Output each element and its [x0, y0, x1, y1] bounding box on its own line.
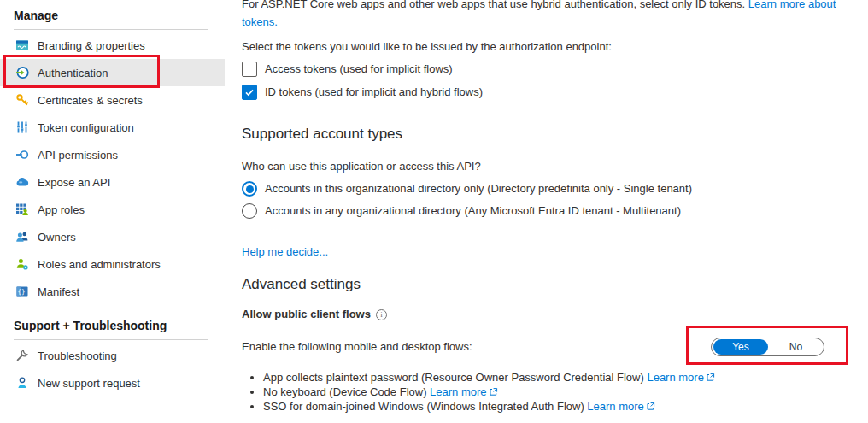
- list-item: App collects plaintext password (Resourc…: [263, 370, 868, 385]
- owners-icon: [15, 230, 29, 244]
- hybrid-auth-note-text: For ASP.NET Core web apps and other web …: [242, 0, 748, 10]
- sidebar-item-owners[interactable]: Owners: [0, 223, 225, 250]
- sidebar-item-label: Manifest: [38, 285, 79, 298]
- multitenant-radio[interactable]: [242, 203, 257, 219]
- api-permissions-icon: [15, 148, 29, 162]
- sidebar-item-expose-api[interactable]: Expose an API: [0, 168, 225, 196]
- sidebar-item-token-configuration[interactable]: Token configuration: [0, 114, 225, 141]
- bullet-text: App collects plaintext password (Resourc…: [263, 371, 647, 384]
- single-tenant-row: Accounts in this organizational director…: [242, 180, 868, 197]
- sidebar: Manage Branding & properties Authenticat…: [0, 0, 225, 397]
- enable-flows-label: Enable the following mobile and desktop …: [242, 338, 472, 355]
- sidebar-item-label: App roles: [38, 203, 85, 216]
- sidebar-item-label: New support request: [38, 377, 140, 390]
- list-item: No keyboard (Device Code Flow) Learn mor…: [263, 385, 868, 399]
- authentication-settings-panel: For ASP.NET Core web apps and other web …: [242, 0, 868, 414]
- toggle-yes-option[interactable]: Yes: [713, 339, 768, 355]
- app-roles-icon: [15, 203, 29, 216]
- sidebar-item-troubleshooting[interactable]: Troubleshooting: [0, 342, 225, 369]
- sidebar-item-manifest[interactable]: {} Manifest: [0, 278, 225, 305]
- toggle-no-option[interactable]: No: [768, 338, 824, 355]
- bullet-text: No keyboard (Device Code Flow): [263, 385, 430, 398]
- sidebar-item-new-support-request[interactable]: New support request: [0, 369, 225, 397]
- sidebar-item-label: Authentication: [38, 67, 108, 79]
- id-tokens-row: ID tokens (used for implicit and hybrid …: [242, 84, 868, 101]
- token-configuration-icon: [15, 120, 29, 134]
- sidebar-item-label: API permissions: [38, 149, 118, 162]
- divider: [14, 29, 208, 30]
- troubleshooting-icon: [15, 349, 29, 362]
- sidebar-item-api-permissions[interactable]: API permissions: [0, 141, 225, 168]
- sidebar-item-label: Expose an API: [38, 176, 110, 189]
- multitenant-label: Accounts in any organizational directory…: [265, 203, 681, 220]
- support-request-icon: [15, 376, 29, 390]
- sidebar-item-roles-administrators[interactable]: Roles and administrators: [0, 250, 225, 278]
- sidebar-item-certificates-secrets[interactable]: Certificates & secrets: [0, 86, 225, 114]
- info-icon[interactable]: [376, 309, 387, 320]
- enable-flows-row: Enable the following mobile and desktop …: [242, 337, 868, 357]
- supported-account-types-heading: Supported account types: [242, 125, 868, 144]
- single-tenant-label: Accounts in this organizational director…: [265, 180, 692, 197]
- learn-more-link[interactable]: Learn more: [647, 371, 703, 384]
- sidebar-item-label: Troubleshooting: [38, 350, 117, 362]
- roles-administrators-icon: [15, 257, 29, 271]
- learn-more-link[interactable]: Learn more: [587, 400, 643, 413]
- external-link-icon: [706, 373, 715, 382]
- divider: [14, 339, 208, 340]
- sidebar-item-label: Certificates & secrets: [38, 94, 143, 107]
- allow-public-client-flows-label-row: Allow public client flows: [242, 307, 868, 322]
- sidebar-item-app-roles[interactable]: App roles: [0, 196, 225, 223]
- app-root: Manage Branding & properties Authenticat…: [0, 0, 868, 423]
- branding-icon: [15, 38, 29, 52]
- access-tokens-label: Access tokens (used for implicit flows): [265, 61, 453, 78]
- sidebar-heading-manage: Manage: [14, 9, 208, 22]
- id-tokens-label: ID tokens (used for implicit and hybrid …: [265, 84, 483, 101]
- list-item: SSO for domain-joined Windows (Windows I…: [263, 399, 868, 414]
- external-link-icon: [489, 387, 498, 397]
- manifest-icon: {}: [15, 285, 29, 298]
- access-tokens-checkbox[interactable]: [242, 62, 257, 77]
- authentication-icon: [15, 66, 29, 79]
- help-me-decide-link[interactable]: Help me decide...: [242, 245, 328, 258]
- public-client-flows-list: App collects plaintext password (Resourc…: [242, 370, 868, 414]
- hybrid-auth-note: For ASP.NET Core web apps and other web …: [242, 0, 868, 31]
- id-tokens-checkbox[interactable]: [242, 85, 257, 100]
- sidebar-item-branding-properties[interactable]: Branding & properties: [0, 32, 225, 59]
- single-tenant-radio[interactable]: [242, 181, 257, 197]
- svg-text:{}: {}: [18, 288, 26, 296]
- certificates-icon: [15, 93, 29, 107]
- expose-api-icon: [15, 175, 29, 189]
- sidebar-heading-support: Support + Troubleshooting: [14, 319, 208, 332]
- advanced-settings-heading: Advanced settings: [242, 275, 868, 294]
- external-link-icon: [646, 402, 655, 411]
- who-can-use-question: Who can use this application or access t…: [242, 158, 868, 175]
- learn-more-link[interactable]: Learn more: [430, 385, 486, 398]
- multitenant-row: Accounts in any organizational directory…: [242, 203, 868, 220]
- public-client-flows-toggle[interactable]: Yes No: [711, 338, 824, 356]
- token-selection-prompt: Select the tokens you would like to be i…: [242, 38, 868, 56]
- sidebar-item-authentication[interactable]: Authentication: [0, 59, 225, 86]
- sidebar-item-label: Branding & properties: [38, 39, 145, 52]
- access-tokens-row: Access tokens (used for implicit flows): [242, 61, 868, 78]
- allow-public-client-flows-label: Allow public client flows: [242, 307, 371, 322]
- sidebar-item-label: Roles and administrators: [38, 258, 161, 271]
- bullet-text: SSO for domain-joined Windows (Windows I…: [263, 400, 587, 413]
- sidebar-item-label: Owners: [38, 231, 76, 244]
- sidebar-item-label: Token configuration: [38, 121, 134, 134]
